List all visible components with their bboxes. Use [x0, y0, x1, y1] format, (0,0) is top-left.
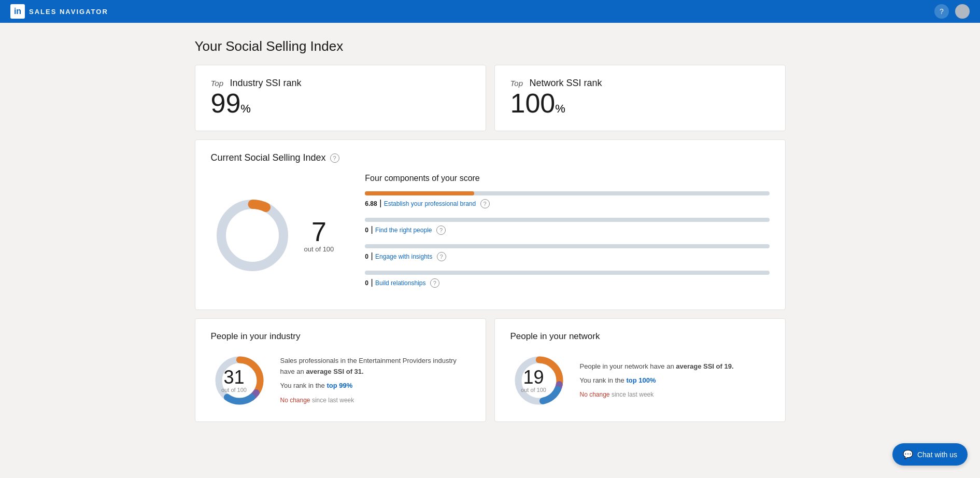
component-bar-bg-1	[365, 218, 769, 222]
component-sep-2: |	[371, 251, 375, 260]
network-score-lbl: out of 100	[521, 387, 546, 393]
industry-rank-title: Industry SSI rank	[230, 78, 301, 88]
industry-score-num: 31	[221, 368, 247, 387]
component-row-1: 0 | Find the right people ?	[365, 218, 769, 235]
network-gauge-wrap: 19 out of 100	[510, 352, 567, 409]
ssi-help-icon[interactable]: ?	[330, 153, 339, 163]
svg-point-0	[221, 204, 283, 266]
industry-rank-number: 99	[211, 88, 241, 118]
industry-rank-card: Top Industry SSI rank 99%	[195, 65, 486, 131]
component-link-1[interactable]: Find the right people	[375, 227, 432, 234]
component-link-2[interactable]: Engage with insights	[375, 253, 432, 260]
component-sep-1: |	[371, 225, 375, 234]
app-title: SALES NAVIGATOR	[29, 8, 108, 16]
four-components-title: Four components of your score	[365, 174, 769, 183]
ssi-card: Current Social Selling Index ? 7 out of …	[195, 139, 786, 310]
industry-rank-header: Top Industry SSI rank	[211, 78, 470, 89]
industry-percent: %	[240, 102, 251, 115]
industry-people-title: People in your industry	[211, 331, 470, 342]
ssi-score-number: 7	[304, 218, 334, 245]
component-row-3: 0 | Build relationships ?	[365, 271, 769, 288]
network-percent: %	[555, 102, 565, 115]
component-label-row-3: 0 | Build relationships ?	[365, 278, 769, 288]
component-score-3: 0	[365, 279, 368, 287]
ssi-score-label: out of 100	[304, 245, 334, 253]
component-help-3[interactable]: ?	[430, 278, 439, 288]
network-people-text: People in your network have an average S…	[580, 361, 734, 400]
ssi-gauge-area: 7 out of 100	[211, 174, 334, 297]
network-people-score: 19 out of 100	[521, 368, 546, 393]
rank-cards-row: Top Industry SSI rank 99% Top Network SS…	[195, 65, 786, 131]
component-score-1: 0	[365, 227, 368, 234]
industry-people-body: 31 out of 100 Sales professionals in the…	[211, 352, 470, 409]
linkedin-logo: in	[10, 4, 25, 19]
component-help-0[interactable]: ?	[480, 199, 490, 208]
industry-people-card: People in your industry 31 out of 10	[195, 318, 486, 422]
industry-gauge-wrap: 31 out of 100	[211, 352, 268, 409]
ssi-card-title: Current Social Selling Index ?	[211, 152, 770, 163]
industry-people-score: 31 out of 100	[221, 368, 247, 393]
network-people-card: People in your network 19 out of 100	[494, 318, 786, 422]
component-label-row-1: 0 | Find the right people ?	[365, 225, 769, 235]
network-people-title: People in your network	[510, 331, 770, 342]
ssi-components-panel: Four components of your score 6.88 | Est…	[365, 174, 769, 297]
chat-icon: 💬	[903, 449, 913, 459]
network-rank-title: Network SSI rank	[529, 78, 602, 88]
industry-people-text: Sales professionals in the Entertainment…	[280, 356, 470, 405]
chat-button[interactable]: 💬 Chat with us	[892, 443, 968, 466]
component-label-row-2: 0 | Engage with insights ?	[365, 251, 769, 261]
chat-button-label: Chat with us	[917, 451, 957, 459]
component-help-2[interactable]: ?	[437, 252, 446, 261]
network-rank-card: Top Network SSI rank 100%	[494, 65, 786, 131]
component-sep-3: |	[371, 278, 375, 287]
avatar[interactable]	[955, 4, 970, 19]
help-button[interactable]: ?	[934, 4, 949, 19]
components-list: 6.88 | Establish your professional brand…	[365, 191, 769, 288]
component-link-3[interactable]: Build relationships	[375, 279, 425, 287]
industry-rank-number-row: 99%	[211, 89, 470, 118]
component-sep-0: |	[379, 199, 384, 207]
component-row-0: 6.88 | Establish your professional brand…	[365, 191, 769, 208]
page-title: Your Social Selling Index	[195, 38, 786, 54]
network-top-label: Top	[510, 79, 523, 88]
network-score-num: 19	[521, 368, 546, 387]
ssi-donut-chart	[211, 194, 294, 277]
network-rank-header: Top Network SSI rank	[510, 78, 770, 89]
header: in SALES NAVIGATOR ?	[0, 0, 980, 23]
component-link-0[interactable]: Establish your professional brand	[384, 200, 476, 207]
ssi-body: 7 out of 100 Four components of your sco…	[211, 174, 770, 297]
bottom-cards-row: People in your industry 31 out of 10	[195, 318, 786, 422]
industry-score-lbl: out of 100	[221, 387, 247, 393]
network-people-body: 19 out of 100 People in your network hav…	[510, 352, 770, 409]
component-help-1[interactable]: ?	[436, 226, 446, 235]
component-bar-bg-0	[365, 191, 769, 195]
component-row-2: 0 | Engage with insights ?	[365, 244, 769, 261]
ssi-gauge-score: 7 out of 100	[304, 218, 334, 253]
network-rank-number-row: 100%	[510, 89, 770, 118]
component-bar-bg-3	[365, 271, 769, 275]
industry-top-highlight: top 99%	[326, 382, 352, 389]
network-top-highlight: top 100%	[626, 376, 656, 384]
industry-top-label: Top	[211, 79, 223, 88]
header-logo: in SALES NAVIGATOR	[10, 4, 108, 19]
component-score-2: 0	[365, 253, 368, 260]
component-bar-fill-0	[365, 191, 474, 195]
main-content: Your Social Selling Index Top Industry S…	[153, 23, 827, 438]
network-rank-number: 100	[510, 88, 556, 118]
component-bar-bg-2	[365, 244, 769, 248]
component-score-0: 6.88	[365, 200, 377, 207]
component-label-row-0: 6.88 | Establish your professional brand…	[365, 199, 769, 208]
header-icons: ?	[934, 4, 970, 19]
